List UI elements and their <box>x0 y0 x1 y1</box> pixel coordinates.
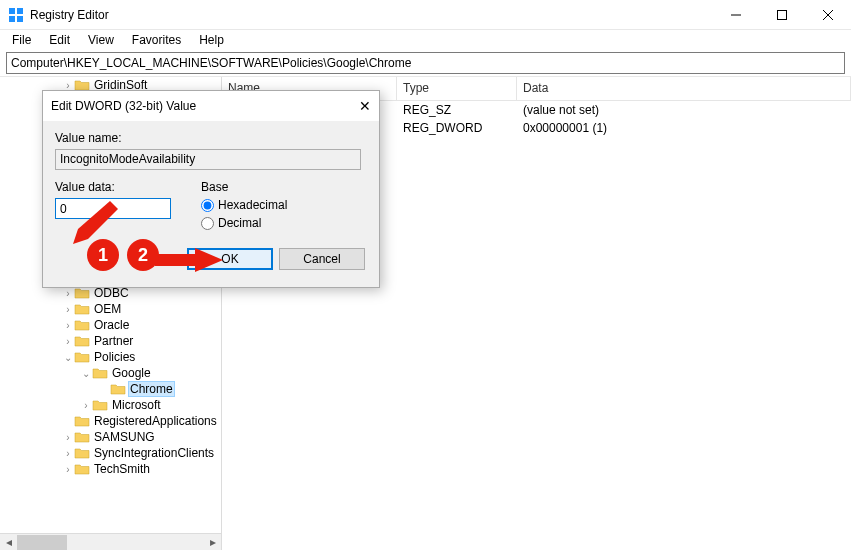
tree-item-label: Partner <box>92 334 135 348</box>
tree-item[interactable]: ›TechSmith <box>0 461 221 477</box>
column-type[interactable]: Type <box>397 77 517 100</box>
maximize-button[interactable] <box>759 0 805 30</box>
tree-item-label: Chrome <box>128 381 175 397</box>
svg-rect-2 <box>9 16 15 22</box>
address-bar[interactable]: Computer\HKEY_LOCAL_MACHINE\SOFTWARE\Pol… <box>6 52 845 74</box>
tree-item-label: RegisteredApplications <box>92 414 219 428</box>
annotation-step-2: 2 <box>127 239 159 271</box>
tree-item-label: Microsoft <box>110 398 163 412</box>
decimal-radio[interactable] <box>201 217 214 230</box>
expander-icon[interactable]: › <box>62 320 74 331</box>
minimize-button[interactable] <box>713 0 759 30</box>
menu-favorites[interactable]: Favorites <box>124 31 189 49</box>
expander-icon[interactable]: › <box>62 432 74 443</box>
menu-view[interactable]: View <box>80 31 122 49</box>
tree-item-label: TechSmith <box>92 462 152 476</box>
expander-icon[interactable]: › <box>62 304 74 315</box>
expander-icon[interactable]: ⌄ <box>62 352 74 363</box>
svg-marker-8 <box>73 201 118 244</box>
tree-item[interactable]: RegisteredApplications <box>0 413 221 429</box>
tree-item[interactable]: ⌄Google <box>0 365 221 381</box>
annotation-step-1: 1 <box>87 239 119 271</box>
value-name-label: Value name: <box>55 131 367 145</box>
svg-marker-9 <box>155 248 223 272</box>
svg-rect-0 <box>9 8 15 14</box>
annotation-arrow-2 <box>155 248 223 272</box>
tree-item[interactable]: Chrome <box>0 381 221 397</box>
horizontal-scrollbar[interactable]: ◂ ▸ <box>0 533 221 550</box>
tree-item[interactable]: ⌄Policies <box>0 349 221 365</box>
svg-rect-1 <box>17 8 23 14</box>
tree-item-label: Oracle <box>92 318 131 332</box>
scroll-left-icon[interactable]: ◂ <box>0 534 17 551</box>
cell-type: REG_DWORD <box>397 121 517 135</box>
tree-item-label: ODBC <box>92 286 131 300</box>
close-button[interactable] <box>805 0 851 30</box>
address-path: Computer\HKEY_LOCAL_MACHINE\SOFTWARE\Pol… <box>11 56 411 70</box>
value-name-field: IncognitoModeAvailability <box>55 149 361 170</box>
window-controls <box>713 0 851 29</box>
tree-item[interactable]: ›Oracle <box>0 317 221 333</box>
menu-edit[interactable]: Edit <box>41 31 78 49</box>
expander-icon[interactable]: › <box>62 464 74 475</box>
base-group-label: Base <box>201 180 287 194</box>
tree-item-label: Google <box>110 366 153 380</box>
svg-rect-5 <box>778 11 787 20</box>
scroll-right-icon[interactable]: ▸ <box>204 534 221 551</box>
tree-item[interactable]: ›Microsoft <box>0 397 221 413</box>
tree-item-label: SyncIntegrationClients <box>92 446 216 460</box>
menu-file[interactable]: File <box>4 31 39 49</box>
hexadecimal-label: Hexadecimal <box>218 198 287 212</box>
column-data[interactable]: Data <box>517 77 851 100</box>
tree-item[interactable]: ›SyncIntegrationClients <box>0 445 221 461</box>
dialog-close-icon[interactable]: ✕ <box>341 98 371 114</box>
expander-icon[interactable]: › <box>62 448 74 459</box>
annotation-arrow-1 <box>70 196 120 246</box>
tree-item[interactable]: ›Partner <box>0 333 221 349</box>
dialog-title: Edit DWORD (32-bit) Value <box>51 99 341 113</box>
menubar: File Edit View Favorites Help <box>0 30 851 50</box>
svg-rect-3 <box>17 16 23 22</box>
titlebar: Registry Editor <box>0 0 851 30</box>
tree-item[interactable]: ›SAMSUNG <box>0 429 221 445</box>
dialog-titlebar: Edit DWORD (32-bit) Value ✕ <box>43 91 379 121</box>
cell-data: (value not set) <box>517 103 851 117</box>
expander-icon[interactable]: › <box>62 288 74 299</box>
menu-help[interactable]: Help <box>191 31 232 49</box>
expander-icon[interactable]: ⌄ <box>80 368 92 379</box>
window-title: Registry Editor <box>30 8 713 22</box>
app-icon <box>8 7 24 23</box>
expander-icon[interactable]: › <box>62 80 74 91</box>
hexadecimal-radio[interactable] <box>201 199 214 212</box>
decimal-label: Decimal <box>218 216 261 230</box>
tree-item-label: Policies <box>92 350 137 364</box>
cancel-button[interactable]: Cancel <box>279 248 365 270</box>
cell-data: 0x00000001 (1) <box>517 121 851 135</box>
cell-type: REG_SZ <box>397 103 517 117</box>
expander-icon[interactable]: › <box>80 400 92 411</box>
tree-item[interactable]: ›OEM <box>0 301 221 317</box>
expander-icon[interactable]: › <box>62 336 74 347</box>
tree-item-label: SAMSUNG <box>92 430 157 444</box>
value-data-label: Value data: <box>55 180 171 194</box>
scrollbar-thumb[interactable] <box>17 535 67 550</box>
tree-item-label: OEM <box>92 302 123 316</box>
